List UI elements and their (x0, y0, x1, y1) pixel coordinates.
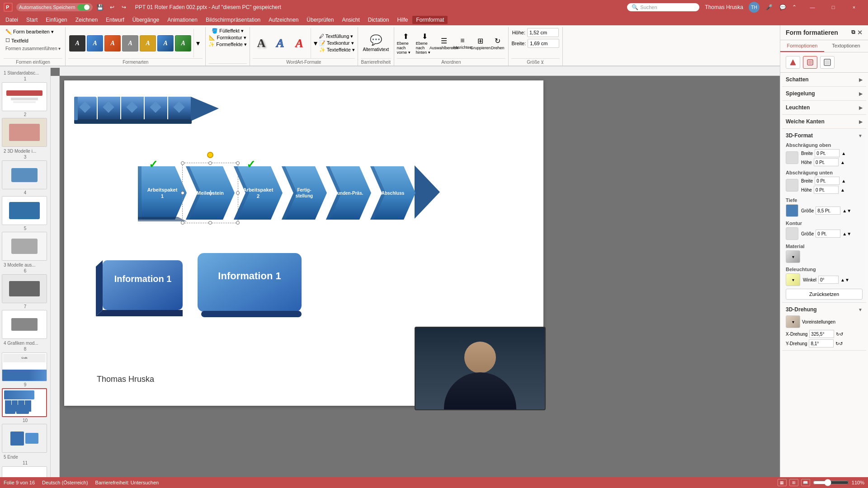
style-btn-1[interactable]: A (69, 35, 85, 52)
form-bearbeiten-btn[interactable]: ✏️ Form bearbeiten ▾ (4, 28, 56, 36)
textfuellung-btn[interactable]: 🖊 Textfüllung ▾ (319, 33, 355, 39)
menu-datei[interactable]: Datei (2, 16, 22, 24)
menu-animationen[interactable]: Animationen (164, 16, 201, 24)
wordart-btn-1[interactable]: A (253, 35, 270, 52)
proc-arbeitspaket1[interactable]: ✓ Arbeitspaket1 (138, 166, 187, 220)
style-btn-4[interactable]: A (122, 35, 138, 52)
effekte-btn[interactable]: ✨ Formeffekte ▾ (208, 42, 247, 47)
undo-button[interactable]: ↩ (108, 3, 116, 11)
slide-thumb-6[interactable] (2, 274, 47, 303)
group-label-grafiken[interactable]: 4 Grafiken mod... (2, 340, 48, 347)
info-box-2[interactable]: Information 1 (198, 253, 302, 316)
slide-thumb-3[interactable] (2, 160, 47, 189)
handle-tr[interactable] (236, 161, 240, 165)
abschr-unten-breite[interactable] (815, 177, 840, 185)
texteffekte-btn[interactable]: ✨ Texteffekte ▾ (319, 47, 355, 53)
handle-br[interactable] (236, 221, 240, 225)
formen-zusammenfuehren-btn[interactable]: Formen zusammenführen ▾ (4, 45, 62, 52)
slide-thumb-7[interactable] (2, 310, 47, 339)
textkontur-btn[interactable]: 📝 Textkontur ▾ (319, 40, 355, 46)
breite-input[interactable] (528, 39, 559, 48)
ribbon-toggle[interactable]: ⌃ (792, 4, 797, 10)
slide-thumb-2[interactable] (2, 118, 47, 147)
y-drehung-spins[interactable]: ↻↺ (835, 341, 843, 346)
auswahl-btn[interactable]: ☰Auswahlbereich (435, 37, 453, 50)
winkel-spin[interactable]: ▲▼ (840, 277, 849, 282)
menu-einfuegen[interactable]: Einfügen (42, 16, 71, 24)
style-btn-3[interactable]: A (104, 35, 121, 52)
zoom-slider[interactable] (813, 479, 849, 486)
group-label-standard[interactable]: 1 Standardabsc... (2, 70, 48, 76)
group-label-ende[interactable]: 5 Ende (2, 454, 48, 460)
tab-textoptionen[interactable]: Textoptionen (824, 40, 868, 52)
proc-meilenstein[interactable]: Meilenstein ✛ (186, 166, 235, 220)
slide-thumb-8[interactable]: Grafik (2, 352, 47, 381)
y-drehung-input[interactable] (809, 339, 834, 347)
autosave-toggle[interactable]: Automatisches Speichern (16, 3, 93, 11)
slide-thumb-5[interactable] (2, 232, 47, 261)
format-icon-btn[interactable] (820, 56, 835, 69)
handle-ml[interactable] (181, 191, 184, 195)
abschr-oben-hoehe-spinup[interactable]: ▲ (840, 160, 845, 165)
hoehe-input[interactable] (527, 28, 559, 37)
handle-bl[interactable] (181, 221, 184, 225)
panel-undock-icon[interactable]: ⧉ (851, 29, 855, 36)
fuellung-btn[interactable]: 🪣 Fülleffekt ▾ (212, 28, 244, 34)
voreinstellungen-btn[interactable]: ▾ (786, 315, 800, 328)
shadow-icon-btn[interactable] (803, 56, 817, 69)
ebene-hinten-btn[interactable]: ⬇Ebene nach hinten ▾ (416, 32, 434, 55)
tiefe-swatch[interactable] (786, 204, 798, 217)
group-label-modelle[interactable]: 3 Modelle aus... (2, 262, 48, 268)
menu-start[interactable]: Start (23, 16, 41, 24)
abschr-unten-hoehe-spinup[interactable]: ▲ (840, 188, 845, 192)
menu-hilfe[interactable]: Hilfe (393, 16, 411, 24)
wordart-btn-3[interactable]: A (291, 35, 308, 52)
search-box[interactable]: 🔍 Suchen (627, 3, 699, 11)
slide-thumb-9[interactable] (2, 388, 47, 417)
spiegelung-header[interactable]: Spiegelung ▶ (786, 89, 863, 98)
process-row[interactable]: ✓ Arbeitspaket1 (138, 165, 440, 221)
tab-formoptionen[interactable]: Formoptionen (780, 40, 824, 52)
view-normal-btn[interactable]: ▦ (778, 479, 787, 486)
abschr-unten-swatch[interactable] (786, 179, 798, 192)
proc-kundenpraes[interactable]: Kunden-Präs. (326, 166, 371, 220)
kontur-swatch[interactable] (786, 227, 798, 240)
kontur-btn[interactable]: 📐 Formkontur ▾ (209, 35, 246, 41)
language-indicator[interactable]: Deutsch (Österreich) (42, 480, 88, 485)
zuruecksetzen-btn[interactable]: Zurücksetzen (786, 289, 863, 300)
kontur-spin[interactable]: ▲▼ (842, 231, 851, 236)
wordart-btn-2[interactable]: A (272, 35, 289, 52)
textfeld-btn[interactable]: ☐ Textfeld (4, 37, 30, 44)
canvas-area[interactable]: ✓ Arbeitspaket1 (51, 68, 780, 477)
wordart-expand-btn[interactable]: ▾ (314, 39, 317, 47)
share-icon[interactable]: 🎤 (765, 3, 773, 11)
view-reading-btn[interactable]: 📖 (801, 479, 810, 486)
kontur-groesse-input[interactable] (816, 230, 840, 238)
beleuchtung-btn[interactable]: ▾ (786, 273, 800, 286)
menu-zeichnen[interactable]: Zeichnen (72, 16, 101, 24)
menu-ueberpruefen[interactable]: Überprüfen (303, 16, 337, 24)
comment-icon[interactable]: 💬 (778, 3, 787, 11)
tiefe-groesse-input[interactable] (816, 206, 840, 215)
alternativtext-btn[interactable]: 💬 Alternativtext (363, 34, 389, 52)
abschr-oben-swatch[interactable] (786, 151, 798, 164)
style-btn-6[interactable]: A (157, 35, 174, 52)
close-button[interactable]: × (844, 0, 864, 14)
slide-thumb-1[interactable] (2, 82, 47, 111)
3d-drehung-header[interactable]: 3D-Drehung ▼ (786, 305, 863, 314)
video-overlay[interactable] (415, 327, 546, 410)
style-btn-2[interactable]: A (87, 35, 103, 52)
ebene-vorne-btn[interactable]: ⬆Ebene nach vorne ▾ (397, 32, 415, 55)
schatten-header[interactable]: Schatten ▶ (786, 75, 863, 84)
slide-thumb-10[interactable] (2, 424, 47, 453)
style-btn-5[interactable]: A (140, 35, 156, 52)
menu-aufzeichnen[interactable]: Aufzeichnen (265, 16, 302, 24)
panel-scroll-area[interactable]: Schatten ▶ Spiegelung ▶ Leuchten ▶ Weich… (780, 73, 868, 477)
rotate-handle[interactable] (207, 152, 213, 158)
x-drehung-spins[interactable]: ↻↺ (836, 332, 843, 337)
leuchten-header[interactable]: Leuchten ▶ (786, 103, 863, 112)
slide-panel[interactable]: 1 Standardabsc... 1 2 2 3D Modelle i... … (0, 68, 51, 477)
panel-close-btn[interactable]: ✕ (857, 29, 863, 36)
proc-abschluss[interactable]: Abschluss (370, 166, 415, 220)
gruppieren-btn[interactable]: ⊞Gruppieren (472, 37, 489, 50)
